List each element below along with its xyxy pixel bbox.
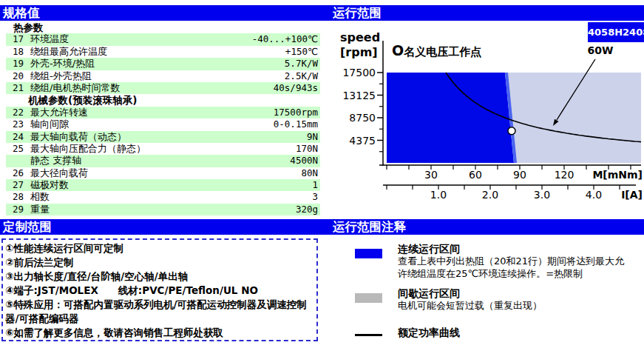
row-number: 22: [6, 107, 24, 118]
torque-tick-label: 120: [555, 169, 574, 181]
row-number: 18: [6, 46, 24, 58]
model-badge: 4058H2408: [588, 22, 644, 42]
row-label: 最大轴向压配合力（静态）: [24, 143, 296, 155]
torque-tick-label: 60: [469, 169, 482, 181]
row-label: 最大轴向载荷（动态）: [24, 131, 307, 143]
row-value: 80N: [301, 167, 320, 179]
torque-tick-label: 30: [424, 169, 438, 181]
row-number: 20: [6, 70, 24, 82]
spec-row: 28相数3: [6, 191, 320, 203]
row-number: 25: [6, 143, 24, 155]
mid-header-bar: 定制范围 运行范围注释: [0, 219, 644, 235]
legend-section-title: 运行范围注释: [333, 219, 406, 235]
row-number: [6, 155, 24, 167]
legend-item-title: 连续运行区间: [398, 243, 643, 255]
row-label: 外壳-环境/热阻: [24, 58, 285, 70]
row-label: 环境温度: [24, 33, 252, 45]
power-curve-swatch: [355, 334, 382, 336]
spec-section-title: 规格值: [3, 5, 40, 21]
spec-row: 20绕组-外壳热阻2.5K/W: [6, 70, 320, 82]
intermittent-region-swatch: [355, 293, 382, 303]
customization-section-title: 定制范围: [3, 219, 52, 235]
spec-section-header: 机械参数(预装滚珠轴承): [6, 94, 320, 106]
spec-row: 25最大轴向压配合力（静态）170N: [6, 143, 320, 155]
spec-row: 23轴向间隙0-0.15mm: [6, 118, 320, 130]
row-value: 1: [312, 179, 320, 191]
custom-option: ②前后法兰定制: [5, 255, 314, 270]
row-value: -40...+100℃: [252, 33, 320, 45]
custom-option: ⑤特殊应用：可搭配内置驱动系列电机/可搭配运动控制器及调速控制器/可搭配编码器: [5, 298, 314, 326]
row-value: 2.5K/W: [285, 70, 320, 82]
row-number: 28: [6, 191, 24, 203]
row-value: 170N: [296, 143, 320, 155]
row-number: 27: [6, 179, 24, 191]
row-label: 绕组最高允许温度: [24, 46, 285, 58]
nominal-voltage-annotation: O名义电压工作点: [392, 42, 481, 58]
custom-option: ①性能连续运行区间可定制: [5, 241, 314, 255]
spec-row: 18绕组最高允许温度+150℃: [6, 46, 320, 58]
row-value: 320g: [296, 204, 320, 215]
row-number: 24: [6, 131, 24, 143]
spec-row: 静态 支撑轴4500N: [6, 155, 320, 167]
row-label: 重量: [24, 204, 296, 215]
row-value: 17500rpm: [274, 107, 320, 118]
spec-row: 24最大轴向载荷（动态）9N: [6, 131, 320, 143]
row-label: 轴向间隙: [24, 118, 274, 130]
spec-row: 22最大允许转速17500rpm: [6, 107, 320, 118]
custom-option: ③出力轴长度/直径/台阶轴/空心轴/单出轴: [5, 270, 314, 284]
custom-option: ④端子:JST/MOLEX 线材:PVC/PE/Teflon/UL NO: [5, 284, 314, 298]
power-curve-label: 60W: [588, 44, 614, 56]
custom-option: ⑥如需了解更多信息，敬请咨询销售工程师处获取: [5, 326, 314, 340]
row-value: 5.7K/W: [285, 58, 320, 70]
row-label: 绕组/电机热时间常数: [24, 82, 274, 94]
row-number: 29: [6, 204, 24, 215]
continuous-region-swatch: [355, 249, 382, 258]
operating-range-title: 运行范围: [333, 5, 382, 21]
row-value: 0-0.15mm: [274, 118, 320, 130]
current-tick-label: 1.0: [430, 189, 447, 201]
row-value: 4500N: [290, 155, 320, 167]
legend-item-intermittent: 间歇运行区间 电机可能会短暂过载（重复出现）: [353, 287, 643, 312]
spec-section-header: 热参数: [6, 21, 320, 33]
row-label: 磁极对数: [24, 179, 312, 191]
speed-axis-label: speed: [340, 30, 380, 44]
motor-datasheet-page: 规格值 运行范围 热参数17环境温度-40...+100℃18绕组最高允许温度+…: [0, 0, 644, 348]
row-value: 9N: [307, 131, 320, 143]
spec-row: 17环境温度-40...+100℃: [6, 33, 320, 45]
row-value: +150℃: [285, 46, 320, 58]
row-label: 最大允许转速: [24, 107, 274, 118]
spec-row: 29重量320g: [6, 204, 320, 215]
intermittent-operation-region: [505, 73, 641, 163]
row-label: 最大径向载荷: [24, 167, 301, 179]
legend-item-continuous: 连续运行区间 查看上表中列出热阻（20和21行）期间将达到最大允许绕组温度在25…: [353, 243, 643, 280]
y-tick-label: 13125: [342, 90, 376, 101]
row-number: 26: [6, 167, 24, 179]
current-axis-label: I[A]: [621, 189, 643, 201]
torque-tick-label: 90: [513, 169, 526, 181]
current-tick-label: 2.0: [482, 189, 498, 201]
spec-row: 21绕组/电机热时间常数40s/943s: [6, 82, 320, 94]
legend-item-title: 额定功率曲线: [398, 327, 643, 339]
legend-item-title: 间歇运行区间: [398, 287, 643, 300]
spec-row: 19外壳-环境/热阻5.7K/W: [6, 58, 320, 70]
row-label: 绕组-外壳热阻: [24, 70, 285, 82]
current-tick-label: 4.0: [586, 189, 602, 201]
top-header-bar: 规格值 运行范围: [0, 5, 644, 21]
y-tick-label: 17500: [342, 67, 376, 78]
row-label: 静态 支撑轴: [24, 155, 290, 167]
spec-table: 热参数17环境温度-40...+100℃18绕组最高允许温度+150℃19外壳-…: [6, 21, 320, 215]
customization-box: ①性能连续运行区间可定制②前后法兰定制③出力轴长度/直径/台阶轴/空心轴/单出轴…: [1, 238, 318, 341]
row-number: 17: [6, 33, 24, 45]
legend-item-power-curve: 额定功率曲线: [353, 327, 643, 339]
row-number: 19: [6, 58, 24, 70]
row-value: 40s/943s: [274, 82, 320, 94]
current-tick-label: 3.0: [534, 189, 550, 201]
spec-row: 26最大径向载荷80N: [6, 167, 320, 179]
row-number: 23: [6, 118, 24, 130]
speed-axis-unit-label: [rpm]: [340, 45, 378, 59]
y-tick-label: 4375: [349, 135, 376, 147]
legend-item-desc: 电机可能会短暂过载（重复出现）: [398, 300, 627, 312]
nominal-operating-point-marker: [508, 127, 515, 135]
legend-item-desc: 查看上表中列出热阻（20和21行）期间将达到最大允许绕组温度在25℃环境连续操作…: [398, 255, 627, 280]
spec-row: 27磁极对数1: [6, 179, 320, 191]
